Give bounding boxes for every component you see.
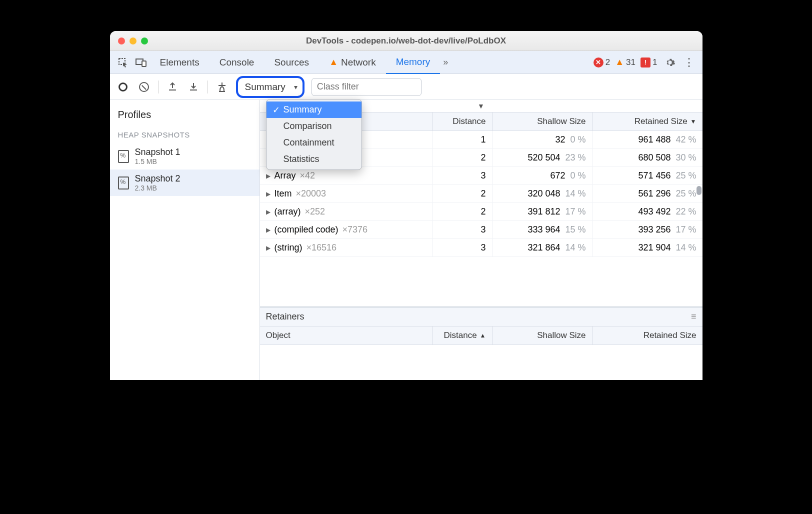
retained-size-cell: 561 29625 % xyxy=(592,185,702,202)
error-count[interactable]: ✕ 2 xyxy=(594,58,610,68)
snapshot-item[interactable]: Snapshot 1 1.5 MB xyxy=(110,143,260,170)
clear-button[interactable] xyxy=(137,80,151,94)
shallow-size-cell: 320 04814 % xyxy=(492,185,592,202)
sort-desc-icon: ▼ xyxy=(690,118,696,125)
column-retained-size[interactable]: Retained Size ▼ xyxy=(592,112,702,130)
retained-size-cell: 321 90414 % xyxy=(592,239,702,256)
export-icon[interactable] xyxy=(166,80,180,94)
class-filter-input[interactable] xyxy=(312,78,422,96)
window-titlebar: DevTools - codepen.io/web-dot-dev/live/P… xyxy=(110,31,702,51)
tab-console[interactable]: Console xyxy=(210,51,264,74)
column-distance[interactable]: Distance ▲ xyxy=(432,326,492,344)
heap-snapshots-heading: HEAP SNAPSHOTS xyxy=(110,128,260,143)
instance-count: ×7376 xyxy=(342,224,368,235)
record-button[interactable] xyxy=(116,80,130,94)
table-row[interactable]: ▶(string)×165163321 86414 %321 90414 % xyxy=(260,239,702,257)
constructor-cell: ▶(string)×16516 xyxy=(260,239,432,256)
device-toolbar-icon[interactable] xyxy=(132,52,150,72)
retainers-title: Retainers xyxy=(266,312,304,322)
disclosure-triangle-icon[interactable]: ▶ xyxy=(266,226,270,234)
inspect-element-icon[interactable] xyxy=(114,52,132,72)
retained-size-cell: 493 49222 % xyxy=(592,203,702,220)
status-counters: ✕ 2 ▲ 31 ! 1 xyxy=(594,57,658,68)
shallow-size-cell: 6720 % xyxy=(492,167,592,184)
error-icon: ✕ xyxy=(594,58,604,68)
retained-size-cell: 961 48842 % xyxy=(592,131,702,148)
table-row[interactable]: ▶(compiled code)×73763333 96415 %393 256… xyxy=(260,221,702,239)
retainers-body xyxy=(260,345,702,380)
constructor-name: (compiled code) xyxy=(274,224,338,235)
disclosure-triangle-icon[interactable]: ▶ xyxy=(266,244,270,252)
tab-network[interactable]: ▲ Network xyxy=(319,51,386,74)
snapshot-size: 2.3 MB xyxy=(135,184,180,192)
shallow-size-cell: 391 81217 % xyxy=(492,203,592,220)
settings-icon[interactable] xyxy=(660,57,680,68)
window-title: DevTools - codepen.io/web-dot-dev/live/P… xyxy=(110,36,702,46)
dropdown-option-comparison[interactable]: Comparison xyxy=(266,118,362,134)
profiles-title: Profiles xyxy=(110,106,260,128)
issues-count[interactable]: ! 1 xyxy=(640,58,657,68)
instance-count: ×252 xyxy=(305,206,326,217)
snapshot-size: 1.5 MB xyxy=(135,158,180,166)
column-object[interactable]: Object xyxy=(260,326,432,344)
more-menu-icon[interactable]: ⋮ xyxy=(680,56,698,69)
tab-memory[interactable]: Memory xyxy=(386,52,440,74)
garbage-collect-icon[interactable] xyxy=(215,80,229,94)
snapshot-file-icon xyxy=(118,176,129,190)
constructor-cell: ▶Item×20003 xyxy=(260,185,432,202)
svg-rect-2 xyxy=(142,61,146,66)
snapshot-name: Snapshot 2 xyxy=(135,174,180,184)
tab-sources[interactable]: Sources xyxy=(264,51,319,74)
tab-elements[interactable]: Elements xyxy=(150,51,210,74)
shallow-size-cell: 333 96415 % xyxy=(492,221,592,238)
column-retained-size[interactable]: Retained Size xyxy=(592,326,702,344)
retained-size-cell: 393 25617 % xyxy=(592,221,702,238)
distance-cell: 3 xyxy=(432,239,492,256)
distance-cell: 1 xyxy=(432,131,492,148)
retained-size-cell: 571 45625 % xyxy=(592,167,702,184)
column-shallow-size[interactable]: Shallow Size xyxy=(492,326,592,344)
retainers-table-header: Object Distance ▲ Shallow Size Retained … xyxy=(260,326,702,345)
warning-icon: ▲ xyxy=(615,57,624,68)
import-icon[interactable] xyxy=(186,80,200,94)
devtools-tabs-bar: Elements Console Sources ▲ Network Memor… xyxy=(110,51,702,74)
constructor-cell: ▶(array)×252 xyxy=(260,203,432,220)
constructor-cell: ▶(compiled code)×7376 xyxy=(260,221,432,238)
memory-toolbar: Summary xyxy=(110,74,702,100)
snapshot-file-icon xyxy=(118,150,129,163)
dropdown-option-summary[interactable]: Summary xyxy=(266,102,362,118)
warning-count[interactable]: ▲ 31 xyxy=(615,57,636,68)
retainers-menu-icon[interactable]: ≡ xyxy=(691,312,696,322)
window-controls xyxy=(110,38,148,44)
distance-cell: 3 xyxy=(432,167,492,184)
shallow-size-cell: 320 % xyxy=(492,131,592,148)
distance-cell: 2 xyxy=(432,185,492,202)
dropdown-option-statistics[interactable]: Statistics xyxy=(266,151,362,168)
disclosure-triangle-icon[interactable]: ▶ xyxy=(266,208,270,216)
tabs-overflow-button[interactable]: » xyxy=(440,57,451,68)
dropdown-option-containment[interactable]: Containment xyxy=(266,134,362,151)
column-distance[interactable]: Distance xyxy=(432,112,492,130)
table-row[interactable]: ▶(array)×2522391 81217 %493 49222 % xyxy=(260,203,702,221)
constructor-name: Item xyxy=(274,188,292,199)
retainers-pane: Retainers ≡ Object Distance ▲ Shallow Si… xyxy=(260,306,702,380)
view-mode-dropdown: Summary Comparison Containment Statistic… xyxy=(266,99,362,170)
view-mode-select[interactable]: Summary xyxy=(236,76,304,98)
constructor-name: Array xyxy=(274,170,296,181)
retainers-header: Retainers ≡ xyxy=(260,308,702,326)
distance-cell: 3 xyxy=(432,221,492,238)
snapshot-item[interactable]: Snapshot 2 2.3 MB xyxy=(110,170,260,196)
scrollbar-thumb[interactable] xyxy=(696,186,702,195)
distance-cell: 2 xyxy=(432,149,492,166)
minimize-window-button[interactable] xyxy=(130,38,136,44)
retained-size-cell: 680 50830 % xyxy=(592,149,702,166)
disclosure-triangle-icon[interactable]: ▶ xyxy=(266,172,270,180)
devtools-window: DevTools - codepen.io/web-dot-dev/live/P… xyxy=(110,31,702,380)
profiles-sidebar: Profiles HEAP SNAPSHOTS Snapshot 1 1.5 M… xyxy=(110,100,260,380)
table-row[interactable]: ▶Item×200032320 04814 %561 29625 % xyxy=(260,185,702,203)
column-shallow-size[interactable]: Shallow Size xyxy=(492,112,592,130)
close-window-button[interactable] xyxy=(118,38,125,44)
zoom-window-button[interactable] xyxy=(141,38,148,44)
disclosure-triangle-icon[interactable]: ▶ xyxy=(266,190,270,198)
snapshot-name: Snapshot 1 xyxy=(135,147,180,158)
